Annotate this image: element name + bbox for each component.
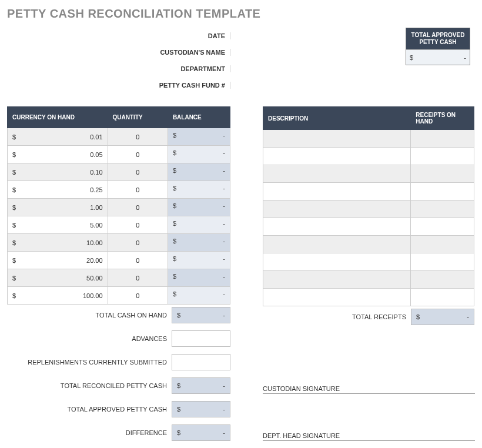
th-quantity: QUANTITY bbox=[108, 107, 168, 128]
quantity-cell[interactable]: 0 bbox=[108, 287, 168, 305]
balance-cell: $- bbox=[168, 146, 230, 163]
balance-cell: $- bbox=[168, 181, 230, 199]
currency-symbol: $ bbox=[12, 239, 16, 246]
currency-cell[interactable]: $20.00 bbox=[8, 252, 108, 269]
balance-symbol: $ bbox=[173, 238, 176, 248]
reconciled-value: - bbox=[223, 382, 225, 389]
balance-value: - bbox=[223, 273, 225, 283]
balance-symbol: $ bbox=[173, 167, 176, 177]
balance-value: - bbox=[223, 238, 225, 248]
table-row bbox=[263, 130, 474, 148]
description-cell[interactable] bbox=[263, 236, 411, 253]
description-cell[interactable] bbox=[263, 183, 411, 200]
currency-symbol: $ bbox=[12, 133, 16, 141]
description-cell[interactable] bbox=[263, 271, 411, 289]
description-cell[interactable] bbox=[263, 218, 411, 236]
currency-cell[interactable]: $5.00 bbox=[8, 216, 108, 234]
description-cell[interactable] bbox=[263, 130, 411, 148]
approved-petty-cash-box: TOTAL APPROVED PETTY CASH $ - bbox=[406, 28, 470, 65]
quantity-cell[interactable]: 0 bbox=[108, 252, 168, 269]
description-cell[interactable] bbox=[263, 289, 411, 306]
receipt-cell[interactable] bbox=[411, 165, 474, 183]
advances-label: ADVANCES bbox=[7, 335, 172, 342]
approved-cell: $ - bbox=[172, 401, 230, 417]
currency-symbol: $ bbox=[12, 222, 16, 229]
currency-symbol: $ bbox=[12, 151, 16, 158]
replenishments-cell[interactable] bbox=[172, 354, 230, 370]
description-cell[interactable] bbox=[263, 253, 411, 271]
total-cash-value: - bbox=[223, 312, 225, 319]
balance-value: - bbox=[223, 167, 225, 177]
currency-cell[interactable]: $1.00 bbox=[8, 199, 108, 216]
approved-box-cell[interactable]: $ - bbox=[406, 49, 470, 65]
currency-cell[interactable]: $100.00 bbox=[8, 287, 108, 305]
currency-cell[interactable]: $0.05 bbox=[8, 146, 108, 163]
quantity-cell[interactable]: 0 bbox=[108, 163, 168, 181]
receipt-cell[interactable] bbox=[411, 253, 474, 271]
currency-denom: 0.10 bbox=[90, 169, 102, 176]
difference-value: - bbox=[223, 429, 225, 436]
total-receipts-cell: $ - bbox=[411, 309, 474, 325]
table-row bbox=[263, 148, 474, 165]
currency-symbol: $ bbox=[12, 257, 16, 264]
table-row: $0.100$- bbox=[8, 163, 230, 181]
receipt-cell[interactable] bbox=[411, 200, 474, 218]
currency-denom: 5.00 bbox=[90, 222, 102, 229]
balance-symbol: $ bbox=[173, 220, 176, 230]
table-row: $1.000$- bbox=[8, 199, 230, 216]
page-title: PETTY CASH RECONCILIATION TEMPLATE bbox=[7, 7, 475, 21]
currency-cell[interactable]: $10.00 bbox=[8, 234, 108, 252]
meta-custodian-label: CUSTODIAN'S NAME bbox=[7, 49, 230, 56]
balance-value: - bbox=[223, 255, 225, 265]
reconciled-symbol: $ bbox=[177, 382, 180, 389]
quantity-cell[interactable]: 0 bbox=[108, 216, 168, 234]
table-row bbox=[263, 218, 474, 236]
balance-cell: $- bbox=[168, 252, 230, 269]
table-row: $20.000$- bbox=[8, 252, 230, 269]
receipt-cell[interactable] bbox=[411, 183, 474, 200]
currency-table: CURRENCY ON HAND QUANTITY BALANCE $0.010… bbox=[7, 106, 230, 305]
quantity-cell[interactable]: 0 bbox=[108, 146, 168, 163]
dept-head-signature[interactable]: DEPT. HEAD SIGNATURE bbox=[263, 424, 475, 441]
currency-symbol: $ bbox=[12, 186, 16, 193]
quantity-cell[interactable]: 0 bbox=[108, 181, 168, 199]
quantity-cell[interactable]: 0 bbox=[108, 269, 168, 287]
balance-symbol: $ bbox=[173, 273, 176, 283]
currency-cell[interactable]: $0.01 bbox=[8, 128, 108, 146]
receipt-cell[interactable] bbox=[411, 236, 474, 253]
quantity-cell[interactable]: 0 bbox=[108, 234, 168, 252]
receipt-cell[interactable] bbox=[411, 218, 474, 236]
quantity-cell[interactable]: 0 bbox=[108, 128, 168, 146]
approved-value: - bbox=[223, 406, 225, 413]
total-cash-symbol: $ bbox=[177, 312, 180, 319]
advances-cell[interactable] bbox=[172, 330, 230, 347]
description-cell[interactable] bbox=[263, 148, 411, 165]
balance-cell: $- bbox=[168, 287, 230, 305]
currency-cell[interactable]: $0.25 bbox=[8, 181, 108, 199]
receipt-cell[interactable] bbox=[411, 130, 474, 148]
receipt-cell[interactable] bbox=[411, 271, 474, 289]
currency-denom: 100.00 bbox=[83, 292, 103, 299]
currency-cell[interactable]: $0.10 bbox=[8, 163, 108, 181]
description-cell[interactable] bbox=[263, 200, 411, 218]
currency-denom: 10.00 bbox=[86, 239, 103, 246]
balance-value: - bbox=[223, 185, 225, 195]
currency-denom: 0.25 bbox=[90, 186, 102, 193]
receipt-cell[interactable] bbox=[411, 289, 474, 306]
receipt-cell[interactable] bbox=[411, 148, 474, 165]
balance-value: - bbox=[223, 132, 225, 142]
balance-value: - bbox=[223, 220, 225, 230]
balance-symbol: $ bbox=[173, 132, 176, 142]
description-cell[interactable] bbox=[263, 165, 411, 183]
currency-symbol: $ bbox=[12, 169, 16, 176]
currency-symbol: $ bbox=[12, 204, 16, 211]
currency-cell[interactable]: $50.00 bbox=[8, 269, 108, 287]
table-row: $0.250$- bbox=[8, 181, 230, 199]
total-cash-on-hand-cell: $ - bbox=[172, 307, 230, 323]
reconciled-label: TOTAL RECONCILED PETTY CASH bbox=[7, 382, 172, 389]
currency-denom: 0.05 bbox=[90, 151, 102, 158]
difference-label: DIFFERENCE bbox=[7, 429, 172, 436]
custodian-signature[interactable]: CUSTODIAN SIGNATURE bbox=[263, 377, 475, 394]
meta-block: DATE CUSTODIAN'S NAME DEPARTMENT PETTY C… bbox=[7, 28, 230, 93]
quantity-cell[interactable]: 0 bbox=[108, 199, 168, 216]
